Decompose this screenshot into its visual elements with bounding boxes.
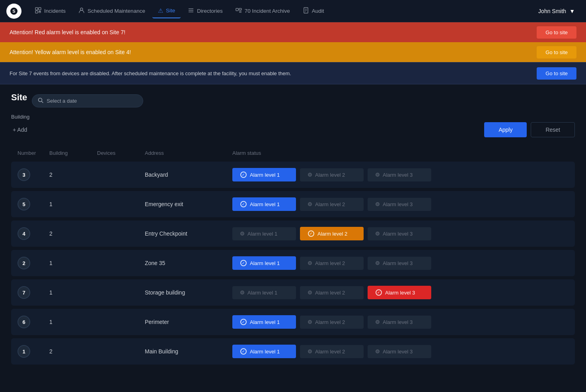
filter-actions-row: + Add Apply Reset bbox=[11, 122, 575, 137]
alarm-check-icon: ✓ bbox=[376, 289, 382, 296]
alarm-label: Alarm level 2 bbox=[317, 231, 347, 237]
alarm-btn-2[interactable]: Alarm level 2 bbox=[300, 168, 364, 181]
alarm-btn-2[interactable]: Alarm level 2 bbox=[300, 316, 364, 329]
reset-button[interactable]: Reset bbox=[531, 122, 575, 137]
table-row: 61Perimeter✓Alarm level 1Alarm level 2Al… bbox=[11, 309, 575, 335]
alarm-inactive-dot bbox=[376, 320, 380, 324]
alarm-btn-1[interactable]: ✓Alarm level 1 bbox=[232, 197, 296, 211]
alarm-label: Alarm level 2 bbox=[315, 290, 345, 296]
alert-blue-goto-btn[interactable]: Go to site bbox=[537, 67, 576, 80]
alarm-inactive-dot bbox=[376, 232, 380, 236]
alarm-inactive-dot bbox=[376, 261, 380, 265]
add-building-button[interactable]: + Add bbox=[11, 124, 29, 135]
row-building: 2 bbox=[49, 230, 97, 237]
nav-item-incident-archive[interactable]: 70 Incident Archive bbox=[230, 4, 296, 18]
alarm-btn-1[interactable]: ✓Alarm level 1 bbox=[232, 315, 296, 329]
alarm-cells: Alarm level 1✓Alarm level 2Alarm level 3 bbox=[232, 227, 568, 240]
alarm-label: Alarm level 1 bbox=[250, 319, 280, 325]
row-building: 1 bbox=[49, 289, 97, 296]
table-row: 42Entry CheckpointAlarm level 1✓Alarm le… bbox=[11, 220, 575, 247]
col-header-building: Building bbox=[49, 150, 97, 156]
alarm-btn-1[interactable]: Alarm level 1 bbox=[232, 286, 296, 299]
main-content: Site Building + Add Apply Reset Number B… bbox=[0, 84, 586, 376]
nav-item-directories[interactable]: Directories bbox=[182, 4, 228, 18]
audit-icon bbox=[303, 7, 309, 15]
alarm-check-icon: ✓ bbox=[240, 348, 247, 355]
date-input[interactable] bbox=[47, 98, 137, 104]
incident-archive-icon bbox=[236, 7, 242, 15]
svg-text:S: S bbox=[12, 9, 15, 14]
nav-item-scheduled-maintenance[interactable]: Scheduled Maintenance bbox=[73, 4, 151, 18]
row-address: Perimeter bbox=[145, 319, 232, 325]
alarm-check-icon: ✓ bbox=[308, 230, 314, 237]
alarm-check-icon: ✓ bbox=[240, 201, 247, 207]
alarm-btn-2[interactable]: Alarm level 2 bbox=[300, 257, 364, 270]
row-address: Backyard bbox=[145, 172, 232, 178]
svg-rect-2 bbox=[35, 8, 38, 10]
svg-rect-12 bbox=[239, 8, 241, 10]
alarm-label: Alarm level 3 bbox=[383, 201, 413, 207]
alarm-label: Alarm level 3 bbox=[383, 349, 413, 355]
alarm-btn-3[interactable]: Alarm level 3 bbox=[368, 198, 431, 211]
row-number: 3 bbox=[18, 168, 30, 181]
alarm-btn-2[interactable]: Alarm level 2 bbox=[300, 286, 364, 299]
alarm-label: Alarm level 1 bbox=[250, 260, 280, 266]
alert-blue-text: For Site 7 events from devices are disab… bbox=[10, 70, 291, 76]
row-number: 4 bbox=[18, 227, 30, 240]
alert-red-goto-btn[interactable]: Go to site bbox=[537, 26, 576, 39]
alarm-btn-1[interactable]: ✓Alarm level 1 bbox=[232, 345, 296, 358]
date-search-box[interactable] bbox=[32, 94, 143, 107]
alert-bar-blue: For Site 7 events from devices are disab… bbox=[0, 62, 586, 84]
alarm-btn-3[interactable]: Alarm level 3 bbox=[368, 345, 431, 358]
row-building: 2 bbox=[49, 172, 97, 178]
alert-bar-red: Attention! Red alarm level is enabled on… bbox=[0, 22, 586, 42]
col-header-number: Number bbox=[18, 150, 49, 156]
svg-rect-3 bbox=[39, 8, 41, 10]
alarm-label: Alarm level 2 bbox=[315, 172, 345, 178]
alarm-btn-3[interactable]: Alarm level 3 bbox=[368, 316, 431, 329]
incidents-icon: + bbox=[35, 7, 41, 15]
alarm-btn-1[interactable]: Alarm level 1 bbox=[232, 227, 296, 240]
search-icon bbox=[38, 98, 43, 104]
alarm-btn-3[interactable]: Alarm level 3 bbox=[368, 257, 431, 270]
user-menu[interactable]: John Smith ▼ bbox=[533, 6, 580, 17]
alarm-inactive-dot bbox=[308, 202, 312, 206]
alarm-btn-3[interactable]: ✓Alarm level 3 bbox=[368, 286, 431, 299]
row-number: 5 bbox=[18, 198, 30, 211]
row-address: Entry Checkpoint bbox=[145, 230, 232, 237]
alarm-check-icon: ✓ bbox=[240, 172, 247, 178]
alarm-btn-2[interactable]: ✓Alarm level 2 bbox=[300, 227, 364, 240]
alarm-inactive-dot bbox=[376, 202, 380, 206]
row-number: 7 bbox=[18, 286, 30, 299]
svg-line-20 bbox=[42, 101, 43, 103]
nav-item-audit[interactable]: Audit bbox=[297, 4, 330, 18]
alarm-btn-2[interactable]: Alarm level 2 bbox=[300, 198, 364, 211]
apply-button[interactable]: Apply bbox=[484, 122, 527, 137]
alarm-inactive-dot bbox=[308, 349, 312, 353]
nav-item-incidents[interactable]: + Incidents bbox=[29, 4, 71, 18]
nav-item-site[interactable]: ⚠ Site bbox=[152, 4, 181, 18]
nav-label-incident-archive: 70 Incident Archive bbox=[245, 8, 290, 14]
nav-label-audit: Audit bbox=[312, 8, 324, 14]
row-number: 2 bbox=[18, 257, 30, 269]
table-row: 71Storage buildingAlarm level 1Alarm lev… bbox=[11, 279, 575, 306]
col-header-devices: Devices bbox=[97, 150, 145, 156]
alarm-btn-2[interactable]: Alarm level 2 bbox=[300, 345, 364, 358]
alarm-btn-3[interactable]: Alarm level 3 bbox=[368, 227, 431, 240]
svg-rect-11 bbox=[236, 8, 238, 11]
alert-red-text: Attention! Red alarm level is enabled on… bbox=[10, 29, 125, 35]
alarm-label: Alarm level 1 bbox=[250, 349, 280, 355]
svg-rect-4 bbox=[35, 11, 38, 13]
alarm-inactive-dot bbox=[308, 261, 312, 265]
alert-bar-yellow: Attention! Yellow alarm level is enabled… bbox=[0, 42, 586, 62]
alarm-btn-3[interactable]: Alarm level 3 bbox=[368, 168, 431, 181]
nav-label-directories: Directories bbox=[197, 8, 223, 14]
alarm-btn-1[interactable]: ✓Alarm level 1 bbox=[232, 256, 296, 270]
alarm-cells: ✓Alarm level 1Alarm level 2Alarm level 3 bbox=[232, 256, 568, 270]
alert-yellow-goto-btn[interactable]: Go to site bbox=[537, 46, 576, 59]
alarm-cells: ✓Alarm level 1Alarm level 2Alarm level 3 bbox=[232, 168, 568, 181]
alarm-btn-1[interactable]: ✓Alarm level 1 bbox=[232, 168, 296, 181]
logo[interactable]: S bbox=[6, 4, 21, 19]
page-header-row: Site bbox=[11, 92, 575, 109]
row-address: Emergency exit bbox=[145, 201, 232, 207]
